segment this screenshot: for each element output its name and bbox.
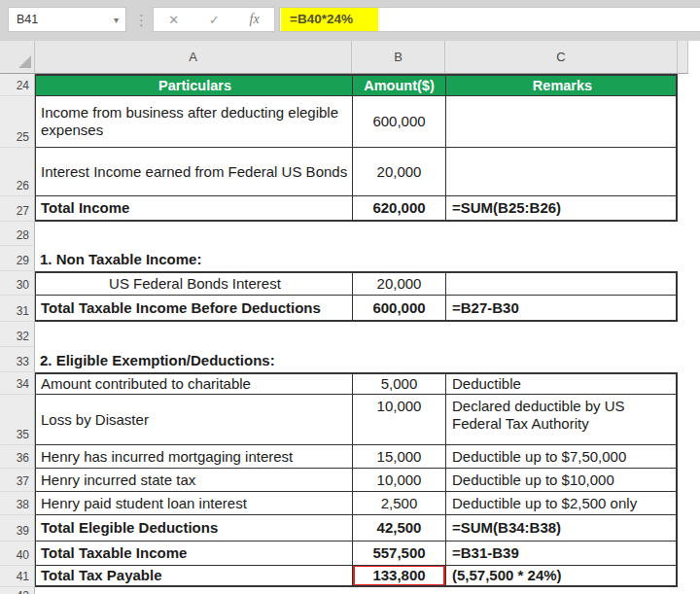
cell-A26[interactable]: Interest Income earned from Federal US B… xyxy=(35,148,352,196)
empty-row-area[interactable] xyxy=(35,322,678,347)
cell-text: Particulars xyxy=(41,77,349,94)
cell-A40[interactable]: Total Taxable Income xyxy=(35,542,352,566)
cancel-icon[interactable]: ✕ xyxy=(168,13,179,27)
cell-C31[interactable]: =B27-B30 xyxy=(445,296,678,322)
row-cells-26: Interest Income earned from Federal US B… xyxy=(35,148,678,196)
row-cells-37: Henry incurred state tax10,000Deductible… xyxy=(35,469,678,492)
sheet-row-33: 332. Eligible Exemption/Deductions: xyxy=(0,347,678,372)
cell-B25[interactable]: 600,000 xyxy=(352,96,445,148)
row-header-40[interactable]: 40 xyxy=(0,542,35,566)
column-header-B[interactable]: B xyxy=(352,41,445,74)
cell-C38[interactable]: Deductible up to $2,500 only xyxy=(445,492,678,515)
cell-C27[interactable]: =SUM(B25:B26) xyxy=(445,196,678,222)
row-header-25[interactable]: 25 xyxy=(0,96,35,148)
row-header-32[interactable]: 32 xyxy=(0,322,35,347)
row-header-29[interactable]: 29 xyxy=(0,246,35,271)
row-header-38[interactable]: 38 xyxy=(0,492,35,515)
row-header-36[interactable]: 36 xyxy=(0,445,35,469)
sheet-row-25: 25Income from business after deducting e… xyxy=(0,96,678,148)
sheet-row-35: 35Loss by Disaster10,000Declared deducti… xyxy=(0,395,678,445)
formula-input[interactable]: =B40*24% xyxy=(279,7,700,32)
cell-A31[interactable]: Total Taxable Income Before Deductions xyxy=(35,296,352,322)
cell-A37[interactable]: Henry incurred state tax xyxy=(35,469,352,492)
cell-text: Henry incurred state tax xyxy=(41,472,349,489)
cell-C41[interactable]: (5,57,500 * 24%) xyxy=(445,566,678,587)
excel-window: B41 ▾ ⋮ ✕ ✓ fx =B40*24% ABC 24Particular… xyxy=(0,0,700,594)
cell-A39[interactable]: Total Elegible Deductions xyxy=(35,515,352,542)
section-label-cell-A33[interactable]: 2. Eligible Exemption/Deductions: xyxy=(35,347,678,372)
cell-B36[interactable]: 15,000 xyxy=(352,445,445,469)
row-header-33[interactable]: 33 xyxy=(0,347,35,372)
cell-C40[interactable]: =B31-B39 xyxy=(445,542,678,566)
cell-A25[interactable]: Income from business after deducting ele… xyxy=(35,96,352,148)
enter-icon[interactable]: ✓ xyxy=(209,13,220,27)
row-header-31[interactable]: 31 xyxy=(0,296,35,322)
formula-buttons: ✕ ✓ fx xyxy=(153,7,275,32)
cell-B39[interactable]: 42,500 xyxy=(352,515,445,542)
sheet-row-24: 24ParticularsAmount($)Remarks xyxy=(0,74,678,96)
row-header-27[interactable]: 27 xyxy=(0,196,35,222)
row-header-24[interactable]: 24 xyxy=(0,74,35,96)
row-cells-34: Amount contributed to charitable5,000Ded… xyxy=(35,372,678,395)
cell-C34[interactable]: Deductible xyxy=(445,372,678,395)
row-cells-36: Henry has incurred mortgaging interest15… xyxy=(35,445,678,469)
name-box[interactable]: B41 ▾ xyxy=(8,7,126,32)
cell-A38[interactable]: Henry paid student loan interest xyxy=(35,492,352,515)
cell-text: Loss by Disaster xyxy=(41,411,349,429)
empty-row-area[interactable] xyxy=(35,587,678,594)
row-header-37[interactable]: 37 xyxy=(0,469,35,492)
row-header-41[interactable]: 41 xyxy=(0,566,35,587)
cell-text: Income from business after deducting ele… xyxy=(41,104,349,139)
cell-C37[interactable]: Deductible up to $10,000 xyxy=(445,469,678,492)
row-header-42[interactable]: 42 xyxy=(0,587,35,594)
cell-C35[interactable]: Declared deductible by US Federal Tax Au… xyxy=(445,395,678,445)
cell-B30[interactable]: 20,000 xyxy=(352,271,445,296)
section-label-cell-A29[interactable]: 1. Non Taxable Income: xyxy=(35,246,678,271)
cell-C39[interactable]: =SUM(B34:B38) xyxy=(445,515,678,542)
cell-text: =SUM(B34:B38) xyxy=(452,519,673,537)
cell-A36[interactable]: Henry has incurred mortgaging interest xyxy=(35,445,352,469)
cell-B26[interactable]: 20,000 xyxy=(352,148,445,196)
cell-B27[interactable]: 620,000 xyxy=(352,196,445,222)
cell-B37[interactable]: 10,000 xyxy=(352,469,445,492)
column-header-A[interactable]: A xyxy=(35,41,352,74)
cell-A24[interactable]: Particulars xyxy=(35,74,352,96)
sheet-row-37: 37Henry incurred state tax10,000Deductib… xyxy=(0,469,678,492)
row-header-39[interactable]: 39 xyxy=(0,515,35,542)
row-header-30[interactable]: 30 xyxy=(0,271,35,296)
cell-A41[interactable]: Total Tax Payable xyxy=(35,566,352,587)
cell-B35[interactable]: 10,000 xyxy=(352,395,445,445)
cell-C25[interactable] xyxy=(445,96,678,148)
cell-A30[interactable]: US Federal Bonds Interest xyxy=(35,271,352,296)
cell-A35[interactable]: Loss by Disaster xyxy=(35,395,352,445)
column-header-C[interactable]: C xyxy=(445,41,678,74)
cell-A34[interactable]: Amount contributed to charitable xyxy=(35,372,352,395)
cell-text: 20,000 xyxy=(377,163,422,181)
sheet-row-31: 31Total Taxable Income Before Deductions… xyxy=(0,296,678,322)
sheet-row-26: 26Interest Income earned from Federal US… xyxy=(0,148,678,196)
separator-dots-icon: ⋮ xyxy=(134,8,146,33)
select-all-corner[interactable] xyxy=(0,41,35,74)
insert-function-icon[interactable]: fx xyxy=(250,12,260,27)
cell-C30[interactable] xyxy=(445,271,678,296)
name-box-dropdown-icon[interactable]: ▾ xyxy=(114,15,125,25)
cell-text: Deductible up to $7,50,000 xyxy=(452,448,673,466)
cell-C26[interactable] xyxy=(445,148,678,196)
sheet-row-38: 38Henry paid student loan interest2,500D… xyxy=(0,492,678,515)
cell-A27[interactable]: Total Income xyxy=(35,196,352,222)
cell-text: Henry paid student loan interest xyxy=(41,495,349,512)
cell-B40[interactable]: 557,500 xyxy=(352,542,445,566)
cell-B24[interactable]: Amount($) xyxy=(352,74,445,96)
row-header-26[interactable]: 26 xyxy=(0,148,35,196)
cell-B41[interactable]: 133,800 xyxy=(352,566,445,587)
cell-C36[interactable]: Deductible up to $7,50,000 xyxy=(445,445,678,469)
empty-row-area[interactable] xyxy=(35,222,678,246)
cell-C24[interactable]: Remarks xyxy=(445,74,678,96)
cell-text: Declared deductible by US Federal Tax Au… xyxy=(452,398,673,433)
row-header-28[interactable]: 28 xyxy=(0,222,35,246)
row-header-34[interactable]: 34 xyxy=(0,372,35,395)
cell-B38[interactable]: 2,500 xyxy=(352,492,445,515)
cell-B34[interactable]: 5,000 xyxy=(352,372,445,395)
cell-B31[interactable]: 600,000 xyxy=(352,296,445,322)
row-header-35[interactable]: 35 xyxy=(0,395,35,445)
